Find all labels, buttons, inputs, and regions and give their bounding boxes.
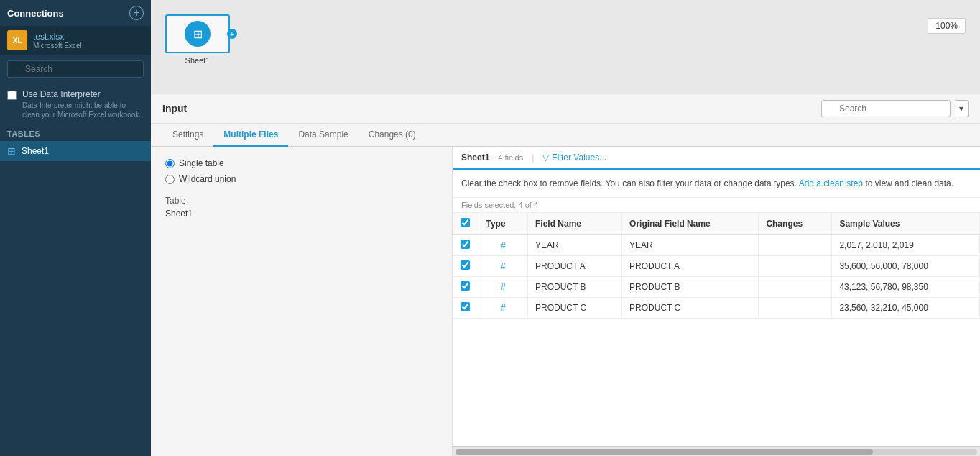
canvas-node-wrap: ⊞ + Sheet1 [165,14,230,65]
radio-single-table[interactable]: Single table [165,158,438,168]
row0-original: YEAR [622,235,759,256]
info-bar: Clear the check box to remove fields. Yo… [453,170,980,198]
row1-field-name: PRODUCT A [527,256,621,277]
row1-changes [759,256,832,277]
row3-original: PRODUCT C [622,298,759,319]
info-text2: to view and clean data. [865,178,953,188]
input-title: Input [162,103,187,114]
select-all-checkbox[interactable] [461,218,470,227]
row0-changes [759,235,832,256]
table-header-row: Type Field Name Original Field Name Chan… [453,213,980,235]
use-data-interpreter-desc: Data Interpreter might be able to clean … [22,101,144,119]
row1-type: # [479,256,527,277]
add-clean-step-link[interactable]: Add a clean step [799,178,863,188]
use-data-interpreter-label: Use Data Interpreter [22,89,144,99]
row2-check-cell [453,277,479,298]
row2-sample: 43,123, 56,780, 98,350 [832,277,980,298]
data-grid: Type Field Name Original Field Name Chan… [453,213,980,446]
radio-single-table-input[interactable] [165,159,175,168]
table-section-label: Table [165,196,438,206]
radio-wildcard-union[interactable]: Wildcard union [165,174,438,184]
filter-icon: ▽ [542,152,549,163]
row0-check-cell [453,235,479,256]
scrollbar-track [456,449,977,455]
row3-checkbox[interactable] [461,302,470,311]
row2-field-name: PRODUCT B [527,277,621,298]
tab-changes[interactable]: Changes (0) [359,124,426,147]
tables-section-label: Tables [0,125,151,141]
excel-icon: XL [7,30,27,50]
use-data-interpreter-section: Use Data Interpreter Data Interpreter mi… [0,83,151,125]
th-check [453,213,479,235]
tab-multiple-files[interactable]: Multiple Files [213,124,288,147]
row2-changes [759,277,832,298]
table-item-label: Sheet1 [22,146,49,156]
fields-selected-bar: Fields selected: 4 of 4 [453,198,980,213]
sidebar: Connections + XL test.xlsx Microsoft Exc… [0,0,151,456]
th-sample-values: Sample Values [832,213,980,235]
row3-type: # [479,298,527,319]
config-panel: Single table Wildcard union Table Sheet1 [151,147,453,456]
row3-sample: 23,560, 32,210, 45,000 [832,298,980,319]
row0-sample: 2,017, 2,018, 2,019 [832,235,980,256]
row3-changes [759,298,832,319]
row1-checkbox[interactable] [461,260,470,270]
row1-original: PRODUCT A [622,256,759,277]
sheet-name: Sheet1 [461,152,489,163]
canvas-node-connector[interactable]: + [227,29,237,39]
th-type: Type [479,213,527,235]
row3-check-cell [453,298,479,319]
add-connection-button[interactable]: + [129,6,144,20]
fields-count: 4 fields [498,153,523,162]
th-field-name: Field Name [527,213,621,235]
connections-title: Connections [7,8,64,19]
filter-values-button[interactable]: ▽ Filter Values... [542,152,606,163]
radio-wildcard-union-label: Wildcard union [179,174,236,184]
bottom-scrollbar[interactable] [453,446,980,456]
connection-name: test.xlsx [33,32,82,42]
canvas-node-label: Sheet1 [185,56,211,65]
row2-original: PRODUCT B [622,277,759,298]
table-row: # PRODUCT A PRODUCT A 35,600, 56,000, 78… [453,256,980,277]
canvas-node-sheet1[interactable]: ⊞ + [165,14,230,53]
row2-checkbox[interactable] [461,281,470,291]
data-panel: Sheet1 4 fields | ▽ Filter Values... Cle… [453,147,980,456]
zoom-display: 100% [928,18,966,34]
radio-single-table-label: Single table [179,158,224,168]
search-dropdown-button[interactable]: ▾ [955,100,969,117]
th-changes: Changes [759,213,832,235]
connection-type: Microsoft Excel [33,42,82,50]
content-area: Single table Wildcard union Table Sheet1… [151,147,980,456]
sidebar-search-input[interactable] [7,60,144,78]
sidebar-search-wrap: 🔍 [0,55,151,83]
sidebar-item-sheet1[interactable]: ⊞ Sheet1 [0,141,151,161]
row0-field-name: YEAR [527,235,621,256]
tabs-bar: Settings Multiple Files Data Sample Chan… [151,124,980,147]
fields-selected-text: Fields selected: 4 of 4 [461,201,538,209]
use-data-interpreter-checkbox[interactable] [7,91,17,100]
radio-wildcard-union-input[interactable] [165,175,175,184]
row0-type: # [479,235,527,256]
connections-header: Connections + [0,0,151,26]
input-search-input[interactable] [821,100,951,117]
canvas-node-icon: ⊞ [185,21,211,47]
row2-type: # [479,277,527,298]
tab-data-sample[interactable]: Data Sample [288,124,358,147]
fields-table: Type Field Name Original Field Name Chan… [453,213,980,319]
tab-settings[interactable]: Settings [162,124,213,147]
th-original-field-name: Original Field Name [622,213,759,235]
input-panel: Input 🔍 ▾ Settings Multiple Files Data S… [151,94,980,456]
scrollbar-thumb [456,449,873,455]
row0-checkbox[interactable] [461,240,470,249]
table-section-value: Sheet1 [165,209,438,219]
search-wrap: 🔍 [7,60,144,78]
row1-sample: 35,600, 56,000, 78,000 [832,256,980,277]
table-row: # YEAR YEAR 2,017, 2,018, 2,019 [453,235,980,256]
row1-check-cell [453,256,479,277]
table-row: # PRODUCT B PRODUCT B 43,123, 56,780, 98… [453,277,980,298]
connection-item[interactable]: XL test.xlsx Microsoft Excel [0,26,151,55]
info-text: Clear the check box to remove fields. Yo… [461,178,797,188]
main-area: ⊞ + Sheet1 100% Input 🔍 ▾ Settings Multi… [151,0,980,456]
table-row: # PRODUCT C PRODUCT C 23,560, 32,210, 45… [453,298,980,319]
table-grid-icon: ⊞ [7,145,16,157]
